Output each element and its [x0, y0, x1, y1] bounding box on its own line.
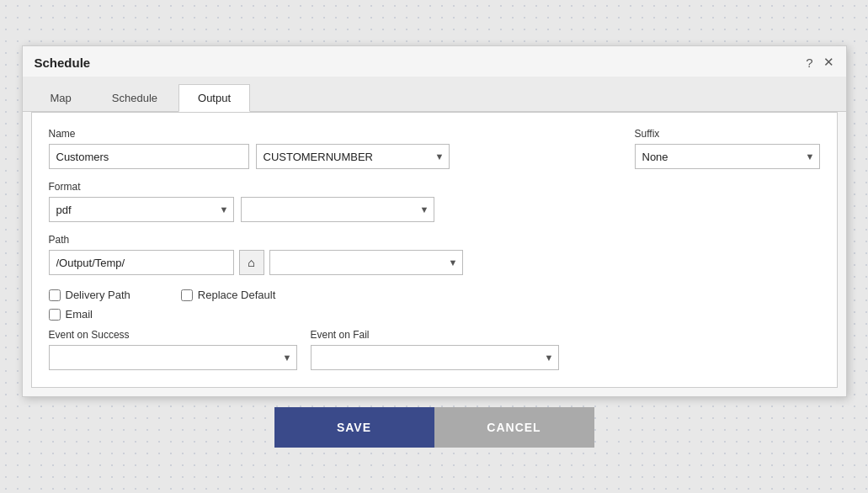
dialog-content: Name CUSTOMERNUMBER ▼ Suffix — [31, 112, 838, 388]
email-checkbox[interactable] — [49, 309, 61, 321]
format-field-group: Format pdf ▼ ▼ — [49, 181, 434, 222]
suffix-field-group: Suffix None ▼ — [635, 128, 820, 169]
path2-select[interactable] — [269, 250, 463, 275]
checkbox-row-2: Email — [49, 308, 820, 321]
customernumber-select[interactable]: CUSTOMERNUMBER — [256, 144, 450, 169]
buttons-row: SAVE CANCEL — [274, 407, 594, 448]
name-suffix-section: Name CUSTOMERNUMBER ▼ Suffix — [49, 128, 820, 169]
name-input[interactable] — [49, 144, 249, 169]
cancel-button[interactable]: CANCEL — [434, 407, 594, 448]
delivery-path-checkbox-item: Delivery Path — [49, 289, 130, 301]
replace-default-checkbox[interactable] — [181, 289, 193, 301]
schedule-dialog: Schedule ? ✕ Map Schedule Output Name — [22, 45, 847, 397]
tab-map[interactable]: Map — [31, 84, 91, 112]
format2-select-wrapper: ▼ — [241, 197, 434, 222]
suffix-select-wrapper: None ▼ — [635, 144, 820, 169]
path2-select-wrapper: ▼ — [269, 250, 463, 275]
tabs-bar: Map Schedule Output — [23, 77, 846, 112]
name-field-group: Name CUSTOMERNUMBER ▼ — [49, 128, 450, 169]
home-button[interactable]: ⌂ — [239, 250, 264, 275]
checkbox-row-1: Delivery Path Replace Default — [49, 289, 820, 301]
event-success-select-wrapper: ▼ — [49, 345, 297, 370]
home-icon: ⌂ — [248, 256, 254, 269]
email-checkbox-item: Email — [49, 308, 93, 321]
event-fail-select-wrapper: ▼ — [311, 345, 559, 370]
event-success-field-group: Event on Success ▼ — [49, 329, 297, 370]
help-icon[interactable]: ? — [806, 56, 812, 70]
event-success-select[interactable] — [49, 345, 297, 370]
delivery-path-label: Delivery Path — [66, 289, 130, 301]
events-section: Event on Success ▼ Event on Fail — [49, 329, 820, 370]
email-label: Email — [66, 308, 93, 321]
event-fail-label: Event on Fail — [311, 329, 559, 341]
delivery-path-checkbox[interactable] — [49, 289, 61, 301]
format-label: Format — [49, 181, 434, 193]
close-icon[interactable]: ✕ — [823, 55, 834, 70]
dialog-title: Schedule — [35, 56, 91, 70]
path-label: Path — [49, 234, 463, 246]
suffix-select[interactable]: None — [635, 144, 820, 169]
dialog-wrapper: Schedule ? ✕ Map Schedule Output Name — [22, 45, 847, 448]
tab-schedule[interactable]: Schedule — [93, 84, 177, 112]
replace-default-label: Replace Default — [198, 289, 276, 301]
event-fail-field-group: Event on Fail ▼ — [311, 329, 559, 370]
dialog-titlebar: Schedule ? ✕ — [23, 46, 846, 77]
format-select-wrapper: pdf ▼ — [49, 197, 234, 222]
titlebar-icons: ? ✕ — [806, 55, 833, 70]
suffix-label: Suffix — [635, 128, 820, 140]
name-label: Name — [49, 128, 450, 140]
format-section: Format pdf ▼ ▼ — [49, 181, 820, 222]
path-field-group: Path ⌂ ▼ — [49, 234, 463, 275]
format2-select[interactable] — [241, 197, 434, 222]
customernumber-select-wrapper: CUSTOMERNUMBER ▼ — [256, 144, 450, 169]
replace-default-checkbox-item: Replace Default — [181, 289, 276, 301]
event-success-label: Event on Success — [49, 329, 297, 341]
save-button[interactable]: SAVE — [274, 407, 434, 448]
format-select[interactable]: pdf — [49, 197, 234, 222]
event-fail-select[interactable] — [311, 345, 559, 370]
tab-output[interactable]: Output — [178, 84, 250, 112]
path-section: Path ⌂ ▼ — [49, 234, 820, 275]
path-input[interactable] — [49, 250, 234, 275]
